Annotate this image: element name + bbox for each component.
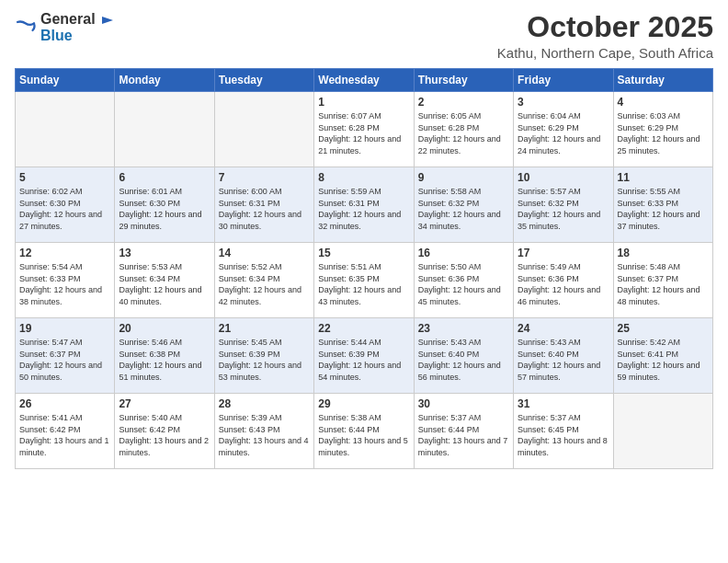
svg-marker-0	[102, 17, 113, 24]
day-number: 11	[618, 171, 709, 184]
sun-info: Sunrise: 5:45 AM Sunset: 6:39 PM Dayligh…	[219, 337, 310, 383]
sun-info: Sunrise: 6:04 AM Sunset: 6:29 PM Dayligh…	[518, 110, 609, 156]
calendar-day-cell: 11Sunrise: 5:55 AM Sunset: 6:33 PM Dayli…	[613, 167, 712, 243]
sun-info: Sunrise: 5:49 AM Sunset: 6:36 PM Dayligh…	[518, 261, 609, 307]
day-number: 25	[618, 322, 709, 335]
day-number: 4	[618, 96, 709, 109]
calendar-table: Sunday Monday Tuesday Wednesday Thursday…	[15, 68, 713, 469]
calendar-day-cell: 16Sunrise: 5:50 AM Sunset: 6:36 PM Dayli…	[414, 243, 513, 318]
calendar-week-row: 19Sunrise: 5:47 AM Sunset: 6:37 PM Dayli…	[16, 318, 713, 394]
calendar-day-cell: 15Sunrise: 5:51 AM Sunset: 6:35 PM Dayli…	[314, 243, 414, 318]
sun-info: Sunrise: 5:38 AM Sunset: 6:44 PM Dayligh…	[318, 412, 409, 458]
calendar-day-cell: 20Sunrise: 5:46 AM Sunset: 6:38 PM Dayli…	[115, 318, 214, 394]
calendar-day-cell: 29Sunrise: 5:38 AM Sunset: 6:44 PM Dayli…	[314, 394, 414, 469]
header-monday: Monday	[115, 69, 214, 92]
sun-info: Sunrise: 6:00 AM Sunset: 6:31 PM Dayligh…	[219, 186, 310, 232]
calendar-day-cell: 12Sunrise: 5:54 AM Sunset: 6:33 PM Dayli…	[16, 243, 115, 318]
calendar-week-row: 26Sunrise: 5:41 AM Sunset: 6:42 PM Dayli…	[16, 394, 713, 469]
sun-info: Sunrise: 5:47 AM Sunset: 6:37 PM Dayligh…	[19, 337, 110, 383]
day-number: 3	[518, 96, 609, 109]
calendar-day-cell: 4Sunrise: 6:03 AM Sunset: 6:29 PM Daylig…	[613, 92, 712, 167]
sun-info: Sunrise: 5:53 AM Sunset: 6:34 PM Dayligh…	[119, 261, 210, 307]
calendar-day-cell: 18Sunrise: 5:48 AM Sunset: 6:37 PM Dayli…	[613, 243, 712, 318]
day-number: 29	[318, 397, 409, 410]
header-thursday: Thursday	[414, 69, 513, 92]
calendar-day-cell: 28Sunrise: 5:39 AM Sunset: 6:43 PM Dayli…	[214, 394, 313, 469]
location-title: Kathu, Northern Cape, South Africa	[497, 45, 713, 61]
sun-info: Sunrise: 5:57 AM Sunset: 6:32 PM Dayligh…	[518, 186, 609, 232]
day-number: 17	[518, 247, 609, 259]
header-saturday: Saturday	[613, 69, 712, 92]
day-number: 31	[518, 397, 609, 410]
day-number: 1	[318, 96, 409, 109]
sun-info: Sunrise: 5:37 AM Sunset: 6:44 PM Dayligh…	[418, 412, 509, 458]
day-number: 27	[119, 397, 210, 410]
calendar-day-cell: 14Sunrise: 5:52 AM Sunset: 6:34 PM Dayli…	[214, 243, 313, 318]
calendar-day-cell: 8Sunrise: 5:59 AM Sunset: 6:31 PM Daylig…	[314, 167, 414, 243]
sun-info: Sunrise: 5:43 AM Sunset: 6:40 PM Dayligh…	[518, 337, 609, 383]
day-number: 12	[19, 247, 110, 259]
calendar-day-cell: 23Sunrise: 5:43 AM Sunset: 6:40 PM Dayli…	[414, 318, 513, 394]
calendar-day-cell	[613, 394, 712, 469]
logo-arrow-icon	[100, 13, 115, 28]
sun-info: Sunrise: 5:37 AM Sunset: 6:45 PM Dayligh…	[518, 412, 609, 458]
sun-info: Sunrise: 5:51 AM Sunset: 6:35 PM Dayligh…	[318, 261, 409, 307]
calendar-day-cell: 27Sunrise: 5:40 AM Sunset: 6:42 PM Dayli…	[115, 394, 214, 469]
sun-info: Sunrise: 6:05 AM Sunset: 6:28 PM Dayligh…	[418, 110, 509, 156]
logo-general: General	[40, 11, 96, 27]
day-number: 14	[219, 247, 310, 259]
calendar-day-cell: 24Sunrise: 5:43 AM Sunset: 6:40 PM Dayli…	[514, 318, 613, 394]
day-number: 28	[219, 397, 310, 410]
calendar-day-cell: 17Sunrise: 5:49 AM Sunset: 6:36 PM Dayli…	[514, 243, 613, 318]
header-friday: Friday	[514, 69, 613, 92]
sun-info: Sunrise: 5:40 AM Sunset: 6:42 PM Dayligh…	[119, 412, 210, 458]
sun-info: Sunrise: 5:46 AM Sunset: 6:38 PM Dayligh…	[119, 337, 210, 383]
day-number: 20	[119, 322, 210, 335]
day-number: 22	[318, 322, 409, 335]
calendar-week-row: 1Sunrise: 6:07 AM Sunset: 6:28 PM Daylig…	[16, 92, 713, 167]
day-number: 5	[19, 171, 110, 184]
day-number: 18	[618, 247, 709, 259]
day-number: 19	[19, 322, 110, 335]
month-title: October 2025	[497, 11, 713, 43]
sun-info: Sunrise: 5:39 AM Sunset: 6:43 PM Dayligh…	[219, 412, 310, 458]
header-wednesday: Wednesday	[314, 69, 414, 92]
sun-info: Sunrise: 5:41 AM Sunset: 6:42 PM Dayligh…	[19, 412, 110, 458]
day-number: 24	[518, 322, 609, 335]
day-number: 21	[219, 322, 310, 335]
calendar-week-row: 12Sunrise: 5:54 AM Sunset: 6:33 PM Dayli…	[16, 243, 713, 318]
calendar-day-cell: 26Sunrise: 5:41 AM Sunset: 6:42 PM Dayli…	[16, 394, 115, 469]
calendar-day-cell: 19Sunrise: 5:47 AM Sunset: 6:37 PM Dayli…	[16, 318, 115, 394]
sun-info: Sunrise: 5:44 AM Sunset: 6:39 PM Dayligh…	[318, 337, 409, 383]
calendar-day-cell: 30Sunrise: 5:37 AM Sunset: 6:44 PM Dayli…	[414, 394, 513, 469]
day-number: 6	[119, 171, 210, 184]
day-number: 30	[418, 397, 509, 410]
title-area: October 2025 Kathu, Northern Cape, South…	[497, 11, 713, 61]
calendar-day-cell: 10Sunrise: 5:57 AM Sunset: 6:32 PM Dayli…	[514, 167, 613, 243]
sun-info: Sunrise: 5:58 AM Sunset: 6:32 PM Dayligh…	[418, 186, 509, 232]
calendar-day-cell	[214, 92, 313, 167]
calendar-day-cell: 1Sunrise: 6:07 AM Sunset: 6:28 PM Daylig…	[314, 92, 414, 167]
day-number: 16	[418, 247, 509, 259]
calendar-day-cell: 9Sunrise: 5:58 AM Sunset: 6:32 PM Daylig…	[414, 167, 513, 243]
calendar-day-cell	[16, 92, 115, 167]
day-number: 15	[318, 247, 409, 259]
logo-icon	[15, 17, 37, 39]
day-number: 26	[19, 397, 110, 410]
sun-info: Sunrise: 6:03 AM Sunset: 6:29 PM Dayligh…	[618, 110, 709, 156]
day-number: 2	[418, 96, 509, 109]
day-number: 13	[119, 247, 210, 259]
day-number: 9	[418, 171, 509, 184]
header-tuesday: Tuesday	[214, 69, 313, 92]
logo-blue: Blue	[40, 28, 115, 44]
sun-info: Sunrise: 5:55 AM Sunset: 6:33 PM Dayligh…	[618, 186, 709, 232]
page-container: General Blue October 2025 Kathu, Norther…	[0, 0, 728, 477]
calendar-week-row: 5Sunrise: 6:02 AM Sunset: 6:30 PM Daylig…	[16, 167, 713, 243]
logo: General Blue	[15, 11, 115, 44]
sun-info: Sunrise: 6:02 AM Sunset: 6:30 PM Dayligh…	[19, 186, 110, 232]
logo-text: General Blue	[40, 11, 115, 44]
sun-info: Sunrise: 5:54 AM Sunset: 6:33 PM Dayligh…	[19, 261, 110, 307]
calendar-day-cell	[115, 92, 214, 167]
header-area: General Blue October 2025 Kathu, Norther…	[15, 11, 713, 61]
sun-info: Sunrise: 5:59 AM Sunset: 6:31 PM Dayligh…	[318, 186, 409, 232]
